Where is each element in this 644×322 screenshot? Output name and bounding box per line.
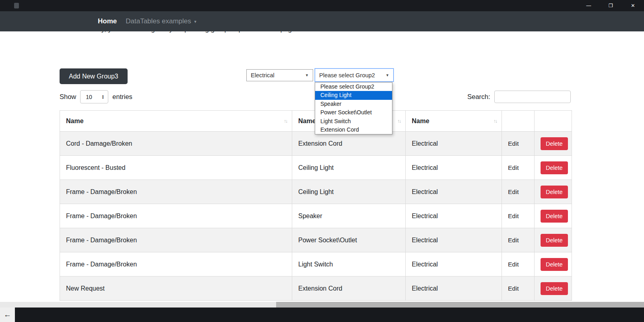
cell-name: Frame - Damage/Broken	[60, 204, 292, 228]
page-length-select[interactable]: 10 ▲ ▼	[80, 90, 108, 103]
column-header-name-1[interactable]: Name↑↓	[60, 111, 292, 132]
edit-link[interactable]: Edit	[508, 164, 519, 171]
scrollbar-thumb[interactable]	[276, 302, 644, 308]
cell-group2: Extension Cord	[292, 132, 406, 156]
nav-examples-menu[interactable]: DataTables examples ▼	[126, 17, 197, 25]
minimize-button[interactable]: —	[578, 0, 600, 11]
chevron-down-icon: ▼	[194, 20, 197, 24]
cell-group3: Electrical	[406, 156, 502, 180]
group2-dropdown-list: Please select Group2 Ceiling Light Speak…	[315, 82, 392, 134]
nav-examples-label: DataTables examples	[126, 17, 191, 25]
group3-select[interactable]: Electrical ▼	[246, 69, 313, 81]
table-row: Frame - Damage/Broken Ceiling Light Elec…	[60, 180, 572, 204]
sort-icon: ↑↓	[493, 118, 497, 124]
column-header-edit	[502, 111, 535, 132]
chevron-down-icon: ▼	[305, 73, 309, 77]
edit-link[interactable]: Edit	[508, 188, 519, 195]
cell-name: Frame - Damage/Broken	[60, 180, 292, 204]
delete-button[interactable]: Delete	[541, 234, 568, 247]
close-button[interactable]: ✕	[622, 0, 644, 11]
app-icon	[14, 3, 19, 8]
edit-link[interactable]: Edit	[508, 285, 519, 292]
cell-group3: Electrical	[406, 252, 502, 277]
maximize-button[interactable]: ❐	[600, 0, 622, 11]
page-length-value: 10	[86, 94, 92, 100]
cell-group3: Electrical	[406, 180, 502, 204]
table-row: Frame - Damage/Broken Speaker Electrical…	[60, 204, 572, 228]
header-label: Name	[298, 118, 316, 124]
step-down-icon: ▼	[101, 97, 104, 99]
dropdown-option-selected[interactable]: Ceiling Light	[315, 91, 392, 99]
search-input[interactable]	[494, 91, 571, 103]
cell-group2: Speaker	[292, 204, 406, 228]
sort-icon: ↑↓	[284, 118, 287, 124]
cell-name: Cord - Damage/Broken	[60, 132, 292, 156]
cell-name: Fluorescent - Busted	[60, 156, 292, 180]
column-header-delete	[535, 111, 572, 132]
data-table: Name↑↓ Name↑↓ Name↑↓ Cord - Damage/Broke…	[60, 110, 572, 301]
group3-select-value: Electrical	[251, 72, 275, 78]
show-label: Show	[60, 93, 76, 101]
edit-link[interactable]: Edit	[508, 140, 519, 147]
add-new-group3-button[interactable]: Add New Group3	[60, 68, 128, 84]
back-arrow-button[interactable]: ←	[0, 308, 15, 322]
table-row: New Request Extension Cord Electrical Ed…	[60, 277, 572, 301]
table-row: Frame - Damage/Broken Light Switch Elect…	[60, 252, 572, 277]
dropdown-option[interactable]: Speaker	[315, 100, 392, 108]
edit-link[interactable]: Edit	[508, 261, 519, 268]
delete-button[interactable]: Delete	[541, 137, 568, 150]
data-table-wrapper: Name↑↓ Name↑↓ Name↑↓ Cord - Damage/Broke…	[60, 110, 572, 301]
search-control: Search:	[467, 91, 571, 103]
dropdown-option[interactable]: Extension Cord	[315, 126, 392, 134]
search-label: Search:	[467, 93, 490, 101]
edit-link[interactable]: Edit	[508, 237, 519, 244]
delete-button[interactable]: Delete	[541, 186, 568, 198]
cell-group3: Electrical	[406, 228, 502, 252]
header-label: Name	[412, 118, 429, 124]
bottom-bar	[0, 308, 644, 322]
cell-name: Frame - Damage/Broken	[60, 228, 292, 252]
entries-label: entries	[112, 93, 132, 101]
delete-button[interactable]: Delete	[541, 258, 568, 271]
table-row: Frame - Damage/Broken Power Socket\Outle…	[60, 228, 572, 252]
cell-group2: Light Switch	[292, 252, 406, 277]
navbar: Home DataTables examples ▼	[0, 11, 644, 31]
delete-button[interactable]: Delete	[541, 282, 568, 295]
cell-group3: Electrical	[406, 132, 502, 156]
sort-icon: ↑↓	[397, 118, 400, 124]
cell-group3: Electrical	[406, 204, 502, 228]
cell-group3: Electrical	[406, 277, 502, 301]
stepper-icon: ▲ ▼	[101, 95, 104, 99]
header-label: Name	[66, 118, 84, 124]
group2-select[interactable]: Please select Group2 ▼	[315, 68, 394, 82]
group2-select-value: Please select Group2	[319, 72, 375, 78]
back-arrow-icon: ←	[4, 310, 11, 319]
delete-button[interactable]: Delete	[541, 210, 568, 223]
dropdown-option[interactable]: Light Switch	[315, 117, 392, 126]
cell-group2: Power Socket\Outlet	[292, 228, 406, 252]
cell-group2: Ceiling Light	[292, 180, 406, 204]
column-header-name-3[interactable]: Name↑↓	[406, 111, 502, 132]
window-controls: — ❐ ✕	[578, 0, 644, 11]
table-row: Fluorescent - Busted Ceiling Light Elect…	[60, 156, 572, 180]
cell-group2: Ceiling Light	[292, 156, 406, 180]
table-row: Cord - Damage/Broken Extension Cord Elec…	[60, 132, 572, 156]
dropdown-option[interactable]: Please select Group2	[315, 83, 392, 91]
delete-button[interactable]: Delete	[541, 161, 568, 174]
page-length-control: Show 10 ▲ ▼ entries	[60, 90, 132, 103]
dropdown-option[interactable]: Power Socket\Outlet	[315, 108, 392, 117]
window-titlebar: — ❐ ✕	[0, 0, 644, 11]
nav-home-link[interactable]: Home	[98, 17, 117, 25]
chevron-down-icon: ▼	[386, 73, 389, 77]
horizontal-scrollbar[interactable]	[0, 302, 644, 308]
cell-name: Frame - Damage/Broken	[60, 252, 292, 277]
cell-name: New Request	[60, 277, 292, 301]
cell-group2: Extension Cord	[292, 277, 406, 301]
edit-link[interactable]: Edit	[508, 213, 519, 219]
